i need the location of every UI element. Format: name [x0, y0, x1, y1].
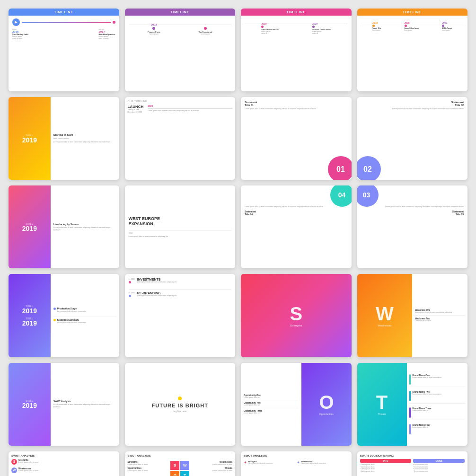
slide-2-1[interactable]: SKILL 2019 Starting at Start New Headqua…	[9, 97, 119, 180]
year-block: SKILL 2019	[9, 97, 51, 180]
expansion-desc: Lorem ipsum dolor sit amet consectetur a…	[129, 236, 232, 238]
slide-3-2[interactable]: WEST EUROPEEXPANSION 2017 Lorem ipsum do…	[125, 185, 236, 268]
invest-desc: Lorem ipsum dolor sit amet consectetur a…	[137, 281, 176, 283]
slide-content: SWOT Analysis Lorem ipsum dolor sit amet…	[51, 363, 119, 446]
o-header: Opportunities	[128, 467, 169, 469]
slide-5-4[interactable]: T Threats Brand Name One Lorem ipsum dol…	[357, 363, 468, 446]
number: 01	[336, 165, 345, 174]
w-quadrant: ✦ Weaknesses Lorem ipsum dolor sit amet …	[297, 460, 348, 476]
slide-1-4[interactable]: TIMELINE 2019 Travel Title lorem ipsum 2…	[357, 9, 468, 91]
pro-col: PRO • Lorem ipsum dolor • Lorem ipsum do…	[360, 459, 412, 473]
swot-letter: O	[319, 393, 334, 412]
swot-analysis2-grid: ✦ Strengths Lorem ipsum dolor sit amet c…	[244, 460, 349, 476]
slide-1-2[interactable]: TIMELINE 2018 Finance Facts lorem ipsum …	[125, 9, 236, 91]
number: 02	[363, 165, 372, 174]
swot-t-block: T Threats	[357, 363, 407, 446]
year-2: 2019	[22, 320, 37, 326]
brand-row-1: Brand Name One Lorem ipsum dolor sit ame…	[409, 374, 465, 387]
slides-grid: TIMELINE in.inc 2016 Sue Waiting Habit L…	[5, 5, 471, 476]
swot-letter: T	[376, 393, 388, 412]
launch-title: LAUNCH	[128, 105, 144, 109]
slide-3-4[interactable]: 03 Lorem ipsum dolor sit amet consectetu…	[357, 185, 468, 268]
swot-w-section: Weaknesses Lorem ipsum dolor sit amet	[191, 461, 232, 466]
slide-content: Lorem ipsum dolor sit amet consectetur a…	[241, 202, 352, 220]
swot-o-block: O Opportunities	[301, 363, 351, 446]
slide-3-3[interactable]: 04 Lorem ipsum dolor sit amet consectetu…	[241, 185, 352, 268]
swot-right-col: Weaknesses Lorem ipsum dolor sit amet Th…	[191, 461, 232, 476]
year-block: SKILL 2019	[9, 185, 51, 268]
pro-header: PRO	[360, 459, 412, 463]
swot-analysis2-title: SWOT ANALYSIS	[244, 454, 349, 457]
desc-1: Lorem ipsum dolor sit amet consectetur	[57, 310, 116, 312]
slide-2-3[interactable]: 01 StatementTitle 01 Lorem ipsum dolor s…	[241, 97, 352, 180]
launch-year: 2025	[148, 105, 232, 107]
swot-left-col: Strengths Lorem ipsum dolor sit amet Opp…	[128, 461, 169, 476]
year-block: SKILL 2019	[9, 363, 51, 446]
future-content: FUTURE IS BRIGHT tag line here	[125, 363, 236, 446]
slide-1-1[interactable]: TIMELINE in.inc 2016 Sue Waiting Habit L…	[9, 9, 119, 91]
slide-1-3[interactable]: TIMELINE 2019 Office Home Prices lorem i…	[241, 9, 352, 91]
slide-6-4[interactable]: SMART DECISION-MAKING PRO • Lorem ipsum …	[357, 451, 468, 476]
title-2: Statistics Summary	[57, 318, 79, 321]
content-text: Lorem ipsum dolor sit amet consectetur a…	[53, 404, 116, 408]
swot-grid-title: SWOT ANALYSIS	[128, 454, 233, 457]
slide-2-2[interactable]: OUR TIMELINE LAUNCH Starting at StartDec…	[125, 97, 236, 180]
slide-4-3[interactable]: S Strengths	[241, 274, 352, 357]
desc-2: Lorem ipsum dolor sit amet consectetur	[57, 322, 116, 324]
s-icon: S	[11, 459, 17, 465]
swot-w-block: W Weaknesses	[357, 274, 413, 357]
year-value: 2019	[22, 225, 37, 232]
statement-desc: Lorem ipsum dolor sit amet consectetur a…	[245, 206, 348, 208]
slide-5-3[interactable]: Opportunity One Lorem ipsum dolor sit Op…	[241, 363, 352, 446]
future-title: FUTURE IS BRIGHT	[152, 403, 208, 408]
content-title: Starting at Start	[53, 133, 116, 136]
content-title: SWOT Analysis	[53, 400, 116, 403]
s-cell: S	[170, 461, 179, 470]
statement-desc: Lorem ipsum dolor sit amet consectetur a…	[361, 206, 464, 208]
brand-name-4: Brand Name Four	[413, 424, 431, 426]
cons-col: CONS • Lorem ipsum dolor • Lorem ipsum d…	[413, 459, 465, 473]
content-desc: New Headquarters	[53, 137, 116, 140]
brand-name-3: Brand Name Three	[413, 407, 432, 410]
cons-items: • Lorem ipsum dolor • Lorem ipsum dolor …	[413, 464, 465, 473]
slide-body: 2019 Office Home Prices lorem ipsumdolor…	[241, 16, 352, 91]
swot-row-w: W Weaknesses Lorem ipsum dolor sit amet	[11, 467, 116, 473]
number: 04	[338, 191, 346, 199]
slide-header: TIMELINE	[125, 9, 236, 16]
slide-4-4[interactable]: W Weaknesses Weakness One Lorem ipsum do…	[357, 274, 468, 357]
slide-content: Starting at Start New Headquarters Lorem…	[51, 97, 119, 180]
brand-desc-1: Lorem ipsum dolor sit amet consectetur	[413, 377, 441, 379]
statement-desc: Lorem ipsum dolor sit amet consectetur a…	[361, 108, 464, 110]
slide-4-2[interactable]: in. 2019 INVESTMENTS Lorem ipsum dolor s…	[125, 274, 236, 357]
pro-items: • Lorem ipsum dolor • Lorem ipsum dolor …	[360, 464, 412, 473]
slide-5-2[interactable]: FUTURE IS BRIGHT tag line here	[125, 363, 236, 446]
statement-desc: Lorem ipsum dolor sit amet consectetur a…	[245, 108, 348, 110]
swot-grid-content: Strengths Lorem ipsum dolor sit amet Opp…	[128, 461, 233, 476]
w-text: Lorem ipsum dolor sit amet	[191, 464, 232, 466]
expansion-title: WEST EUROPEEXPANSION	[129, 216, 232, 227]
slide-6-1[interactable]: SWOT ANALYSIS S Strengths Lorem ipsum do…	[9, 451, 119, 476]
w-desc: Lorem ipsum dolor sit amet consectetur	[301, 463, 326, 465]
slide-content: Lorem ipsum dolor sit amet consectetur a…	[357, 202, 468, 220]
brand-bar	[409, 407, 411, 418]
year-value: 2019	[22, 402, 37, 409]
brand-desc-4: Lorem ipsum dolor sit	[413, 426, 431, 429]
swot-color-grid: S W O T	[170, 461, 189, 476]
slide-3-1[interactable]: SKILL 2019 Introducing by Season Lorem i…	[9, 185, 119, 268]
statement-title: StatementTitle 04	[245, 210, 348, 216]
weakness-desc-1: Lorem ipsum dolor sit amet consectetur a…	[415, 311, 465, 314]
swot-label: Threats	[378, 413, 386, 415]
number: 03	[363, 191, 370, 199]
s-header: Strengths	[128, 461, 169, 463]
slide-2-4[interactable]: 02 StatementTitle 02 Lorem ipsum dolor s…	[357, 97, 468, 180]
rebrand-title: RE-BRANDING	[137, 291, 176, 295]
slide-6-2[interactable]: SWOT ANALYSIS Strengths Lorem ipsum dolo…	[125, 451, 236, 476]
slide-4-1[interactable]: SKILL 2019 SKILL 2019 Production Stage L…	[9, 274, 119, 357]
o-text: Lorem ipsum dolor sit amet	[128, 470, 169, 472]
slide-6-3[interactable]: SWOT ANALYSIS ✦ Strengths Lorem ipsum do…	[241, 451, 352, 476]
decision-title: SMART DECISION-MAKING	[360, 454, 465, 457]
slide-body: in.inc 2016 Sue Waiting Habit Lorem ipsu…	[9, 16, 119, 91]
slide-body: 2018 Finance Facts lorem ipsum · Tax Con…	[125, 16, 236, 91]
slide-5-1[interactable]: SKILL 2019 SWOT Analysis Lorem ipsum dol…	[9, 363, 119, 446]
number-circle: 01	[328, 156, 352, 180]
